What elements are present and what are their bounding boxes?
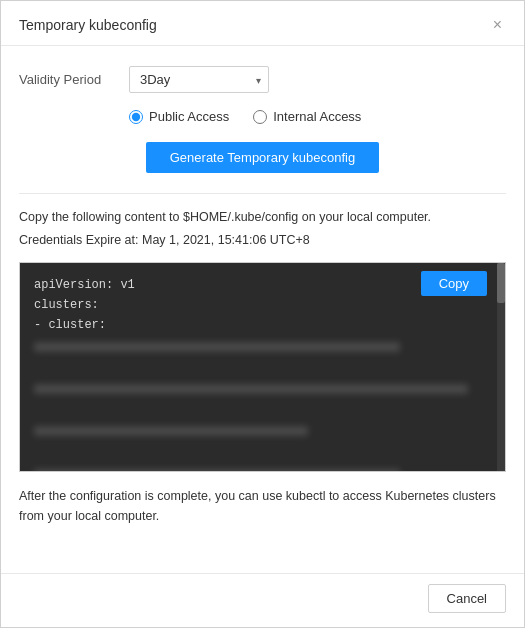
code-container: Copy apiVersion: v1 clusters: - cluster: — [19, 262, 506, 472]
footer-description: After the configuration is complete, you… — [19, 486, 506, 526]
public-access-radio[interactable] — [129, 110, 143, 124]
blurred-line-2 — [34, 384, 468, 394]
blurred-line-3 — [34, 426, 308, 436]
public-access-option[interactable]: Public Access — [129, 109, 229, 124]
public-access-label: Public Access — [149, 109, 229, 124]
modal-body: Validity Period 1Day 3Day 7Day 30Day ▾ P… — [1, 46, 524, 573]
validity-select-wrapper: 1Day 3Day 7Day 30Day ▾ — [129, 66, 269, 93]
code-line-3: - cluster: — [34, 318, 106, 332]
access-type-row: Public Access Internal Access — [129, 109, 506, 124]
modal-footer: Cancel — [1, 573, 524, 627]
code-line-1: apiVersion: v1 — [34, 278, 135, 292]
instruction-text: Copy the following content to $HOME/.kub… — [19, 208, 506, 227]
internal-access-radio[interactable] — [253, 110, 267, 124]
blurred-line-1 — [34, 342, 400, 352]
modal-header: Temporary kubeconfig × — [1, 1, 524, 46]
validity-period-label: Validity Period — [19, 72, 129, 87]
internal-access-option[interactable]: Internal Access — [253, 109, 361, 124]
copy-button[interactable]: Copy — [421, 271, 487, 296]
generate-kubeconfig-button[interactable]: Generate Temporary kubeconfig — [146, 142, 379, 173]
validity-period-row: Validity Period 1Day 3Day 7Day 30Day ▾ — [19, 66, 506, 93]
validity-period-select[interactable]: 1Day 3Day 7Day 30Day — [129, 66, 269, 93]
modal-dialog: Temporary kubeconfig × Validity Period 1… — [0, 0, 525, 628]
code-line-2: clusters: — [34, 298, 99, 312]
close-icon[interactable]: × — [489, 15, 506, 35]
scrollbar-track — [497, 263, 505, 471]
blurred-line-4 — [34, 469, 400, 471]
divider — [19, 193, 506, 194]
scrollbar-thumb[interactable] — [497, 263, 505, 303]
cancel-button[interactable]: Cancel — [428, 584, 506, 613]
modal-title: Temporary kubeconfig — [19, 17, 157, 33]
internal-access-label: Internal Access — [273, 109, 361, 124]
credentials-expire-text: Credentials Expire at: May 1, 2021, 15:4… — [19, 231, 506, 250]
